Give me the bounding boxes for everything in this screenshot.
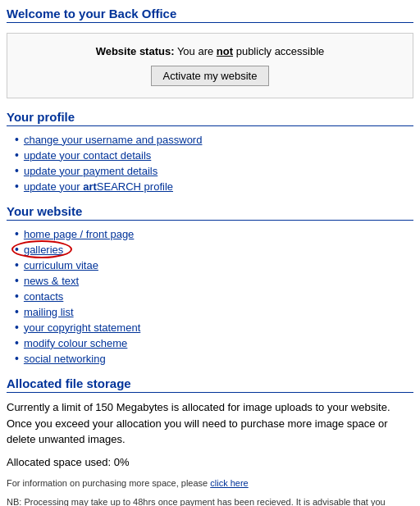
mailing-list-link[interactable]: mailing list — [24, 306, 74, 318]
status-line: Website status: You are not publicly acc… — [19, 45, 401, 57]
update-artsearch-link[interactable]: update your artSEARCH profile — [24, 180, 173, 193]
contacts-link[interactable]: contacts — [24, 290, 63, 303]
galleries-link[interactable]: galleries — [24, 244, 63, 256]
list-item: home page / front page — [15, 227, 413, 240]
status-not-word: not — [217, 45, 233, 57]
website-link-list: home page / front page galleries curricu… — [7, 227, 413, 365]
list-item: update your artSEARCH profile — [15, 180, 413, 193]
list-item: contacts — [15, 289, 413, 303]
nb-text: NB: Processing may take up to 48hrs once… — [7, 495, 413, 507]
list-item: curriculum vitae — [15, 258, 413, 271]
storage-heading: Allocated file storage — [7, 376, 413, 393]
social-networking-link[interactable]: social networking — [24, 353, 106, 365]
website-section: Your website home page / front page gall… — [7, 204, 413, 365]
news-text-link[interactable]: news & text — [24, 275, 79, 287]
list-item: social networking — [15, 352, 413, 365]
status-message-post: publicly accessible — [233, 45, 324, 57]
status-message-pre: You are — [177, 45, 217, 57]
page-title: Welcome to your Back Office — [7, 7, 413, 23]
list-item: news & text — [15, 274, 413, 287]
status-label: Website status: — [96, 45, 175, 57]
profile-section: Your profile change your username and pa… — [7, 110, 413, 193]
website-heading: Your website — [7, 204, 413, 221]
list-item: modify colour scheme — [15, 336, 413, 349]
storage-section: Allocated file storage Currently a limit… — [7, 376, 413, 506]
list-item: your copyright statement — [15, 321, 413, 334]
profile-heading: Your profile — [7, 110, 413, 126]
homepage-link[interactable]: home page / front page — [24, 228, 134, 240]
copyright-link[interactable]: your copyright statement — [24, 321, 140, 334]
list-item: update your contact details — [15, 148, 413, 162]
list-item: update your payment details — [15, 164, 413, 177]
list-item: change your username and password — [15, 133, 413, 146]
status-box: Website status: You are not publicly acc… — [7, 33, 413, 98]
cv-link[interactable]: curriculum vitae — [24, 259, 98, 271]
allocated-space-line: Allocated space used: 0% — [7, 454, 413, 471]
galleries-list-item: galleries — [15, 243, 413, 256]
click-here-link[interactable]: click here — [210, 478, 248, 488]
storage-description: Currently a limit of 150 Megabytes is al… — [7, 399, 413, 448]
list-item: mailing list — [15, 305, 413, 318]
purchase-info: For information on purchasing more space… — [7, 476, 413, 490]
update-payment-link[interactable]: update your payment details — [24, 165, 158, 177]
colour-scheme-link[interactable]: modify colour scheme — [24, 337, 127, 349]
art-bold-text: art — [83, 180, 97, 193]
change-username-link[interactable]: change your username and password — [24, 134, 203, 146]
purchase-info-pre: For information on purchasing more space… — [7, 478, 210, 488]
profile-link-list: change your username and password update… — [7, 133, 413, 193]
update-contact-link[interactable]: update your contact details — [24, 149, 151, 162]
activate-website-button[interactable]: Activate my website — [151, 66, 270, 86]
